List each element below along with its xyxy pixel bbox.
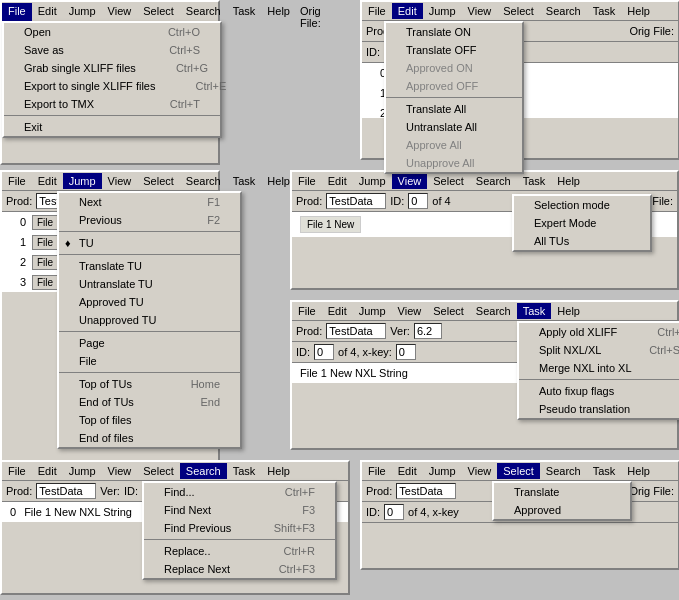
view-menu-window: File Edit Jump View Select Search Task H… xyxy=(290,170,679,290)
menu-view-2[interactable]: View xyxy=(102,173,138,189)
menu-file-5[interactable]: File xyxy=(292,173,322,189)
menu-replace[interactable]: Replace..Ctrl+R xyxy=(144,542,335,560)
task-dropdown: Apply old XLIFFCtrl+A Split NXL/XLCtrl+S… xyxy=(517,321,679,420)
menu-translate-on[interactable]: Translate ON xyxy=(386,23,522,41)
menu-help-6[interactable]: Help xyxy=(551,303,586,319)
menu-jump-3[interactable]: Jump xyxy=(63,463,102,479)
menu-pseudo-translation[interactable]: Pseudo translation xyxy=(519,400,679,418)
menu-edit-4[interactable]: Edit xyxy=(392,3,423,19)
menu-view-3[interactable]: View xyxy=(102,463,138,479)
menu-help-5[interactable]: Help xyxy=(551,173,586,189)
menu-select-4[interactable]: Select xyxy=(497,3,540,19)
menu-split-nxl[interactable]: Split NXL/XLCtrl+S xyxy=(519,341,679,359)
menu-search-5[interactable]: Search xyxy=(470,173,517,189)
menu-file-2[interactable]: File xyxy=(2,173,32,189)
menu-top-files[interactable]: Top of files xyxy=(59,411,240,429)
menu-help-3[interactable]: Help xyxy=(261,463,296,479)
menu-auto-fixup[interactable]: Auto fixup flags xyxy=(519,382,679,400)
menu-find-previous[interactable]: Find PreviousShift+F3 xyxy=(144,519,335,537)
menu-select-7[interactable]: Select xyxy=(497,463,540,479)
menu-translate-off[interactable]: Translate OFF xyxy=(386,41,522,59)
menu-task[interactable]: Task xyxy=(227,3,262,31)
prod-label-6: Prod: xyxy=(296,325,322,337)
menu-expert-mode[interactable]: Expert Mode xyxy=(514,214,650,232)
menu-approved-sel[interactable]: Approved xyxy=(494,501,630,519)
menu-file-3[interactable]: File xyxy=(2,463,32,479)
menu-edit-7[interactable]: Edit xyxy=(392,463,423,479)
prod-input-7[interactable] xyxy=(396,483,456,499)
menu-file-6[interactable]: File xyxy=(292,303,322,319)
menu-task-2[interactable]: Task xyxy=(227,173,262,189)
menu-approved-tu[interactable]: Approved TU xyxy=(59,293,240,311)
menu-file-4[interactable]: File xyxy=(362,3,392,19)
prod-input-3[interactable] xyxy=(36,483,96,499)
menu-search-3[interactable]: Search xyxy=(180,463,227,479)
id-input-5[interactable] xyxy=(408,193,428,209)
menu-all-tus[interactable]: All TUs xyxy=(514,232,650,250)
menu-edit-6[interactable]: Edit xyxy=(322,303,353,319)
menu-select-3[interactable]: Select xyxy=(137,463,180,479)
menu-file-7[interactable]: File xyxy=(362,463,392,479)
menu-translate-tu[interactable]: Translate TU xyxy=(59,257,240,275)
menu-jump-4[interactable]: Jump xyxy=(423,3,462,19)
menu-task-3[interactable]: Task xyxy=(227,463,262,479)
menu-jump-7[interactable]: Jump xyxy=(423,463,462,479)
id-input-6[interactable] xyxy=(314,344,334,360)
menu-help-4[interactable]: Help xyxy=(621,3,656,19)
menu-task-6[interactable]: Task xyxy=(517,303,552,319)
id-input-7[interactable] xyxy=(384,504,404,520)
menu-next[interactable]: NextF1 xyxy=(59,193,240,211)
menu-top-tus[interactable]: Top of TUsHome xyxy=(59,375,240,393)
menu-task-7[interactable]: Task xyxy=(587,463,622,479)
xkey-input-6[interactable] xyxy=(396,344,416,360)
menu-find-next[interactable]: Find NextF3 xyxy=(144,501,335,519)
menu-help[interactable]: Help xyxy=(261,3,296,31)
menu-translate-all[interactable]: Translate All xyxy=(386,100,522,118)
menu-file-jump[interactable]: File xyxy=(59,352,240,370)
menu-view-5[interactable]: View xyxy=(392,173,428,189)
prod-input-6[interactable] xyxy=(326,323,386,339)
menu-search-2[interactable]: Search xyxy=(180,173,227,189)
menu-replace-next[interactable]: Replace NextCtrl+F3 xyxy=(144,560,335,578)
menu-end-tus[interactable]: End of TUsEnd xyxy=(59,393,240,411)
menu-merge-nxl[interactable]: Merge NXL into XL xyxy=(519,359,679,377)
menu-search-6[interactable]: Search xyxy=(470,303,517,319)
menu-view-7[interactable]: View xyxy=(462,463,498,479)
menu-previous[interactable]: PreviousF2 xyxy=(59,211,240,229)
menu-task-5[interactable]: Task xyxy=(517,173,552,189)
menu-end-files[interactable]: End of files xyxy=(59,429,240,447)
menu-approve-all: Approve All xyxy=(386,136,522,154)
menu-unapproved-tu[interactable]: Unapproved TU xyxy=(59,311,240,329)
menu-untranslate-tu[interactable]: Untranslate TU xyxy=(59,275,240,293)
menu-grab-xliff[interactable]: Grab single XLIFF filesCtrl+G xyxy=(4,59,220,77)
menu-view-6[interactable]: View xyxy=(392,303,428,319)
ver-input-6[interactable] xyxy=(414,323,442,339)
menu-tu[interactable]: ♦ TU xyxy=(59,234,240,252)
menu-open[interactable]: OpenCtrl+O xyxy=(4,23,220,41)
menu-task-4[interactable]: Task xyxy=(587,3,622,19)
menu-jump-6[interactable]: Jump xyxy=(353,303,392,319)
menu-help-7[interactable]: Help xyxy=(621,463,656,479)
menu-page[interactable]: Page xyxy=(59,334,240,352)
menu-select-5[interactable]: Select xyxy=(427,173,470,189)
menu-exit[interactable]: Exit xyxy=(4,118,220,136)
menu-apply-xliff[interactable]: Apply old XLIFFCtrl+A xyxy=(519,323,679,341)
menu-export-xliff[interactable]: Export to single XLIFF filesCtrl+E xyxy=(4,77,220,95)
menu-view-4[interactable]: View xyxy=(462,3,498,19)
menu-edit-2[interactable]: Edit xyxy=(32,173,63,189)
menu-save-as[interactable]: Save asCtrl+S xyxy=(4,41,220,59)
menu-translate-sel[interactable]: Translate xyxy=(494,483,630,501)
menu-export-tmx[interactable]: Export to TMXCtrl+T xyxy=(4,95,220,113)
menu-find[interactable]: Find...Ctrl+F xyxy=(144,483,335,501)
menu-search-7[interactable]: Search xyxy=(540,463,587,479)
menu-jump-2[interactable]: Jump xyxy=(63,173,102,189)
menu-edit-3[interactable]: Edit xyxy=(32,463,63,479)
menu-select-6[interactable]: Select xyxy=(427,303,470,319)
menu-untranslate-all[interactable]: Untranslate All xyxy=(386,118,522,136)
menu-edit-5[interactable]: Edit xyxy=(322,173,353,189)
menu-search-4[interactable]: Search xyxy=(540,3,587,19)
menu-selection-mode[interactable]: Selection mode xyxy=(514,196,650,214)
prod-input-5[interactable] xyxy=(326,193,386,209)
menu-jump-5[interactable]: Jump xyxy=(353,173,392,189)
menu-select-2[interactable]: Select xyxy=(137,173,180,189)
